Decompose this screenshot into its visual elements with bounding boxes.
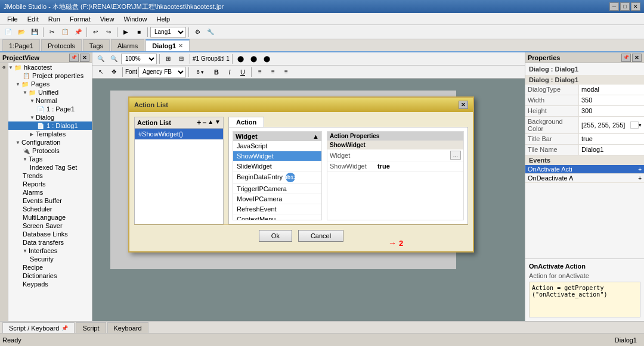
pp-event-ondeactivate[interactable]: OnDeactivate A + bbox=[525, 174, 644, 183]
al-remove-btn[interactable]: − bbox=[202, 119, 206, 127]
tree-project-properties[interactable]: 📋 Project properties bbox=[8, 71, 92, 80]
tree-data-transfers[interactable]: Data transfers bbox=[8, 238, 92, 247]
canvas-zoom-out[interactable]: 🔍 bbox=[108, 54, 120, 64]
al-item-show-widget[interactable]: #ShowWidget() bbox=[135, 129, 223, 140]
toolbar-save[interactable]: 💾 bbox=[29, 27, 41, 38]
tree-recipe[interactable]: Recipe bbox=[8, 263, 92, 272]
pp-close-btn[interactable]: ✕ bbox=[632, 54, 642, 62]
canvas-snap[interactable]: ⊟ bbox=[175, 54, 187, 64]
toolbar-more2[interactable]: 🔧 bbox=[205, 27, 216, 38]
bottom-tab-pin[interactable]: 📌 bbox=[61, 325, 68, 331]
tree-multilanguage[interactable]: MultiLanguage bbox=[8, 213, 92, 222]
pv-close-ref[interactable]: ⊗ bbox=[2, 66, 7, 69]
font-bold[interactable]: B bbox=[210, 67, 222, 77]
tree-templates[interactable]: ▶ Templates bbox=[8, 130, 92, 138]
pp-ondeactivate-add[interactable]: + bbox=[638, 175, 642, 182]
wl-slide-widget[interactable]: SlideWidget bbox=[233, 161, 321, 172]
action-tab[interactable]: Action bbox=[228, 117, 264, 127]
tree-tags[interactable]: ▼ Tags bbox=[8, 155, 92, 163]
tree-page1[interactable]: 📄 1 : Page1 bbox=[8, 105, 92, 113]
tab-page1[interactable]: 1:Page1 bbox=[2, 39, 40, 51]
canvas-pointer[interactable]: ↖ bbox=[95, 67, 107, 77]
pp-titlebar-val[interactable]: true bbox=[579, 134, 644, 144]
wl-trigger-ip-camera[interactable]: TriggerIPCamera bbox=[233, 184, 321, 194]
canvas-move[interactable]: ✥ bbox=[108, 67, 120, 77]
pp-height-val[interactable]: 300 bbox=[579, 106, 644, 116]
tree-indexed-tag[interactable]: Indexed Tag Set bbox=[8, 163, 92, 172]
ap-widget-btn[interactable]: ... bbox=[450, 151, 461, 160]
align-center[interactable]: ≡ bbox=[267, 67, 279, 77]
font-italic[interactable]: I bbox=[224, 67, 236, 77]
tree-reports[interactable]: Reports bbox=[8, 180, 92, 188]
tab-alarms[interactable]: Alarms bbox=[111, 39, 144, 51]
wl-context-menu[interactable]: ContextMenu bbox=[233, 214, 321, 220]
tree-events-buffer[interactable]: Events Buffer bbox=[8, 197, 92, 205]
al-add-btn[interactable]: + bbox=[197, 119, 201, 127]
tree-dictionaries[interactable]: Dictionaries bbox=[8, 272, 92, 280]
tree-alarms[interactable]: Alarms bbox=[8, 188, 92, 197]
lang-combo[interactable]: Lang1 bbox=[150, 27, 186, 38]
menu-edit[interactable]: Edit bbox=[23, 14, 44, 24]
menu-help[interactable]: Help bbox=[152, 14, 175, 24]
tab-dialog1[interactable]: Dialog1 ✕ bbox=[145, 39, 190, 51]
bottom-tab-keyboard[interactable]: Keyboard bbox=[107, 322, 148, 333]
tree-security[interactable]: Security bbox=[8, 255, 92, 263]
dialog-ok-btn[interactable]: Ok bbox=[259, 230, 292, 242]
tree-pages[interactable]: ▼ 📁 Pages bbox=[8, 80, 92, 88]
canvas-zoom-in[interactable]: 🔍 bbox=[95, 54, 107, 64]
canvas-grid[interactable]: ⊞ bbox=[162, 54, 174, 64]
wl-begin-data-entry[interactable]: BeginDataEntry 0b13 bbox=[233, 172, 321, 184]
tree-scheduler[interactable]: Scheduler bbox=[8, 205, 92, 213]
tree-database-links[interactable]: Database Links bbox=[8, 230, 92, 238]
pp-event-onactivate[interactable]: OnActivate Acti + bbox=[525, 165, 644, 174]
menu-run[interactable]: Run bbox=[44, 14, 65, 24]
tree-dialog1[interactable]: 📄 1 : Dialog1 bbox=[8, 121, 92, 130]
menu-view[interactable]: View bbox=[95, 14, 119, 24]
pp-dialogtype-val[interactable]: modal bbox=[579, 85, 644, 95]
tree-dialog-folder[interactable]: ▼ Dialog bbox=[8, 113, 92, 121]
menu-window[interactable]: Window bbox=[119, 14, 151, 24]
bottom-tab-script-keyboard[interactable]: Script / Keyboard 📌 bbox=[2, 322, 75, 333]
toolbar-stop[interactable]: ■ bbox=[133, 27, 145, 38]
tree-keypads[interactable]: Keypads bbox=[8, 280, 92, 288]
font-size[interactable]: 8 ▾ bbox=[191, 67, 209, 77]
minimize-btn[interactable]: ─ bbox=[609, 2, 619, 11]
close-btn[interactable]: ✕ bbox=[631, 2, 640, 11]
toolbar-cut[interactable]: ✂ bbox=[46, 27, 58, 38]
tree-root[interactable]: ▼ 📁 hkacotest bbox=[8, 63, 92, 71]
toolbar-run[interactable]: ▶ bbox=[120, 27, 132, 38]
wl-show-widget[interactable]: ShowWidget bbox=[233, 151, 321, 161]
toolbar-undo[interactable]: ↩ bbox=[89, 27, 101, 38]
restore-btn[interactable]: □ bbox=[620, 2, 630, 11]
toolbar-new[interactable]: 📄 bbox=[2, 27, 14, 38]
wl-move-ip-camera[interactable]: MoveIPCamera bbox=[233, 194, 321, 204]
dialog-cancel-btn[interactable]: Cancel bbox=[298, 230, 343, 242]
wl-scroll-up[interactable]: ▲ bbox=[312, 133, 319, 140]
tree-protocols[interactable]: 🔌 Protocols bbox=[8, 146, 92, 155]
tree-configuration[interactable]: ▼ Configuration bbox=[8, 138, 92, 146]
tab-protocols[interactable]: Protocols bbox=[41, 39, 82, 51]
font-combo[interactable]: Agency FB bbox=[138, 67, 186, 77]
dialog-close-btn[interactable]: ✕ bbox=[459, 101, 468, 109]
canvas-align-center[interactable]: ⬤ bbox=[248, 54, 260, 64]
toolbar-paste[interactable]: 📌 bbox=[72, 27, 84, 38]
color-swatch[interactable] bbox=[630, 121, 639, 129]
menu-format[interactable]: Format bbox=[65, 14, 95, 24]
align-left[interactable]: ≡ bbox=[254, 67, 266, 77]
pp-pin-btn[interactable]: 📌 bbox=[621, 54, 631, 62]
toolbar-redo[interactable]: ↪ bbox=[103, 27, 114, 38]
tree-screen-saver[interactable]: Screen Saver bbox=[8, 222, 92, 230]
toolbar-copy[interactable]: 📋 bbox=[59, 27, 71, 38]
pv-pin-btn[interactable]: 📌 bbox=[69, 54, 79, 62]
wl-refresh-event[interactable]: RefreshEvent bbox=[233, 204, 321, 214]
menu-file[interactable]: File bbox=[2, 14, 23, 24]
pp-onactivate-add[interactable]: + bbox=[638, 166, 642, 173]
tree-unified[interactable]: ▼ 📁 Unified bbox=[8, 88, 92, 96]
al-down-btn[interactable]: ▼ bbox=[215, 119, 221, 127]
pp-width-val[interactable]: 350 bbox=[579, 95, 644, 105]
wl-javascript[interactable]: JavaScript bbox=[233, 141, 321, 151]
font-underline[interactable]: U bbox=[237, 67, 249, 77]
tab-close-dialog1[interactable]: ✕ bbox=[178, 43, 183, 49]
canvas-zoom-combo[interactable]: 100% bbox=[121, 54, 157, 64]
pv-close-btn[interactable]: ✕ bbox=[80, 54, 89, 62]
